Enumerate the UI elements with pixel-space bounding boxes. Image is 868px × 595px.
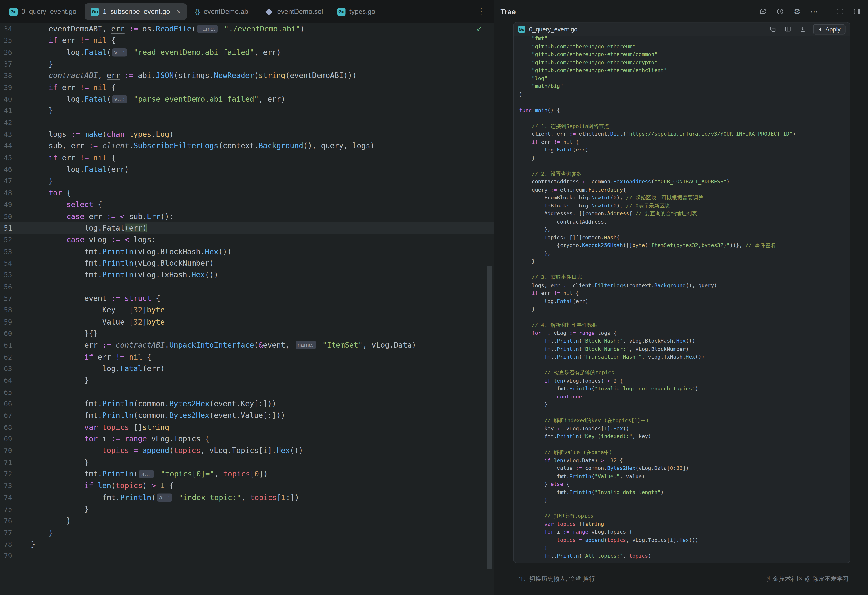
- editor-line[interactable]: 68 var topics []string: [0, 421, 494, 433]
- panel-layout-icon[interactable]: [836, 7, 844, 16]
- editor-line[interactable]: 76 }: [0, 515, 494, 527]
- editor-line[interactable]: 35 if err != nil {: [0, 35, 494, 46]
- assistant-code-line: [519, 313, 850, 321]
- go-file-icon: Go: [91, 7, 99, 16]
- assistant-code-line: "github.com/ethereum/go-ethereum": [519, 43, 850, 50]
- code-block-header: Go 0_query_event.go: [514, 23, 850, 37]
- more-actions-icon[interactable]: ⋯: [810, 7, 819, 16]
- line-number: 42: [0, 117, 31, 128]
- line-number: 43: [0, 128, 31, 140]
- line-number: 55: [0, 269, 31, 281]
- editor-line[interactable]: 40 log.Fatal(v…: "parse eventDemo.abi fa…: [0, 93, 494, 105]
- editor-line[interactable]: 38 contractABI, err := abi.JSON(strings.…: [0, 70, 494, 81]
- editor-line[interactable]: 39 if err != nil {: [0, 82, 494, 93]
- editor-line[interactable]: 48 for {: [0, 187, 494, 199]
- tab-0_query_event.go[interactable]: Go0_query_event.go: [3, 3, 83, 20]
- settings-gear-icon[interactable]: ⚙: [793, 7, 802, 16]
- editor-line[interactable]: 62 if err != nil {: [0, 351, 494, 363]
- tab-label: types.go: [349, 8, 375, 15]
- editor-line[interactable]: 70 topics = append(topics, vLog.Topics[i…: [0, 445, 494, 457]
- editor-line[interactable]: 34 eventDemoABI, err := os.ReadFile(name…: [0, 23, 494, 35]
- line-number: 45: [0, 152, 31, 163]
- line-number: 61: [0, 339, 31, 351]
- assistant-code-line: // 4. 解析和打印事件数据: [519, 321, 850, 329]
- editor-line[interactable]: 58 Key [32]byte: [0, 304, 494, 316]
- tab-types.go[interactable]: Gotypes.go: [331, 3, 381, 20]
- editor-line[interactable]: 74 fmt.Println(a…: "index topic:", topic…: [0, 492, 494, 503]
- editor-line[interactable]: 77 }: [0, 527, 494, 538]
- assistant-code-line: fmt.Println("Value:", value): [519, 472, 850, 480]
- editor-line[interactable]: 78}: [0, 539, 494, 550]
- insert-icon[interactable]: [799, 25, 807, 34]
- apply-button[interactable]: Apply: [813, 24, 845, 34]
- editor-line[interactable]: 56: [0, 281, 494, 292]
- assistant-code-line: continue: [519, 393, 850, 401]
- code-editor[interactable]: 34 eventDemoABI, err := os.ReadFile(name…: [0, 23, 494, 595]
- editor-line[interactable]: 75 }: [0, 504, 494, 515]
- editor-line[interactable]: 54 fmt.Println(vLog.BlockNumber): [0, 257, 494, 269]
- editor-line[interactable]: 57 event := struct {: [0, 292, 494, 304]
- tab-label: 1_subscribe_event.go: [103, 8, 170, 15]
- tab-eventDemo.sol[interactable]: eventDemo.sol: [258, 3, 329, 20]
- editor-line[interactable]: 72 fmt.Println(a…: "topics[0]=", topics[…: [0, 468, 494, 480]
- editor-line[interactable]: 55 fmt.Println(vLog.TxHash.Hex()): [0, 269, 494, 281]
- go-file-icon: Go: [9, 7, 18, 16]
- editor-line[interactable]: 67 fmt.Println(common.Bytes2Hex(event.Va…: [0, 410, 494, 421]
- editor-line[interactable]: 43 logs := make(chan types.Log): [0, 128, 494, 140]
- editor-line[interactable]: 53 fmt.Println(vLog.BlockHash.Hex()): [0, 246, 494, 257]
- assistant-code-line: fmt.Println("Block Number:", vLog.BlockN…: [519, 345, 850, 353]
- editor-line[interactable]: 69 for i := range vLog.Topics {: [0, 433, 494, 445]
- assistant-code-line: logs, err := client.FilterLogs(context.B…: [519, 281, 850, 289]
- editor-line[interactable]: 46 log.Fatal(err): [0, 163, 494, 175]
- line-number: 60: [0, 328, 31, 339]
- editor-line[interactable]: 66 fmt.Println(common.Bytes2Hex(event.Ke…: [0, 398, 494, 410]
- code-block-actions: Apply: [769, 24, 846, 34]
- assistant-code: "fmt" "github.com/ethereum/go-ethereum" …: [514, 35, 850, 562]
- diff-icon[interactable]: [784, 25, 793, 34]
- editor-line[interactable]: 51 log.Fatal(err): [0, 222, 494, 234]
- copy-icon[interactable]: [769, 25, 778, 34]
- assistant-code-line: "github.com/ethereum/go-ethereum/crypto": [519, 58, 850, 66]
- line-number: 56: [0, 281, 31, 292]
- assistant-code-line: },: [519, 226, 850, 234]
- editor-line[interactable]: 50 case err := <-sub.Err():: [0, 211, 494, 222]
- assistant-code-line: value := common.Bytes2Hex(vLog.Data[0:32…: [519, 464, 850, 472]
- editor-line[interactable]: 71 }: [0, 457, 494, 468]
- editor-line[interactable]: 73 if len(topics) > 1 {: [0, 480, 494, 492]
- assistant-code-line: key := vLog.Topics[1].Hex(): [519, 425, 850, 433]
- new-chat-icon[interactable]: [759, 7, 768, 16]
- assistant-code-line: },: [519, 249, 850, 257]
- tab-1_subscribe_event.go[interactable]: Go1_subscribe_event.go×: [85, 3, 187, 20]
- editor-line[interactable]: 61 err := contractABI.UnpackIntoInterfac…: [0, 339, 494, 351]
- editor-line[interactable]: 59 Value [32]byte: [0, 316, 494, 328]
- editor-line[interactable]: 44 sub, err := client.SubscribeFilterLog…: [0, 140, 494, 152]
- editor-line[interactable]: 42: [0, 117, 494, 128]
- editor-line[interactable]: 64 }: [0, 374, 494, 386]
- editor-line[interactable]: 37 }: [0, 58, 494, 70]
- assistant-input-area[interactable]: '↑↓' 切换历史输入, '⇧⏎' 换行 掘金技术社区 @ 陈皮不爱学习: [519, 575, 849, 583]
- editor-scrollbar[interactable]: [487, 266, 493, 569]
- editor-line[interactable]: 47 }: [0, 175, 494, 187]
- editor-line[interactable]: 45 if err != nil {: [0, 152, 494, 163]
- tab-eventDemo.abi[interactable]: {}eventDemo.abi: [189, 3, 256, 20]
- editor-line[interactable]: 65: [0, 386, 494, 398]
- editor-line[interactable]: 41 }: [0, 105, 494, 117]
- tab-overflow-button[interactable]: ⋮: [477, 7, 485, 15]
- editor-line[interactable]: 79: [0, 550, 494, 562]
- line-number: 67: [0, 410, 31, 421]
- editor-line[interactable]: 49 select {: [0, 199, 494, 210]
- line-number: 63: [0, 363, 31, 374]
- secondary-sidebar-icon[interactable]: [853, 7, 861, 16]
- assistant-code-line: fmt.Println("Block Hash:", vLog.BlockHas…: [519, 337, 850, 345]
- apply-button-label: Apply: [825, 26, 840, 32]
- editor-line[interactable]: 52 case vLog := <-logs:: [0, 234, 494, 246]
- assistant-code-line: }: [519, 544, 850, 552]
- editor-line[interactable]: 36 log.Fatal(v…: "read eventDemo.abi fai…: [0, 47, 494, 58]
- editor-line[interactable]: 63 log.Fatal(err): [0, 363, 494, 374]
- assistant-code-line: if len(vLog.Topics) < 2 {: [519, 377, 850, 385]
- editor-line[interactable]: 60 }{}: [0, 328, 494, 339]
- history-icon[interactable]: [776, 7, 784, 16]
- assistant-code-line: if err != nil {: [519, 289, 850, 297]
- assistant-code-line: // 检查是否有足够的topics: [519, 369, 850, 377]
- close-icon[interactable]: ×: [177, 7, 181, 16]
